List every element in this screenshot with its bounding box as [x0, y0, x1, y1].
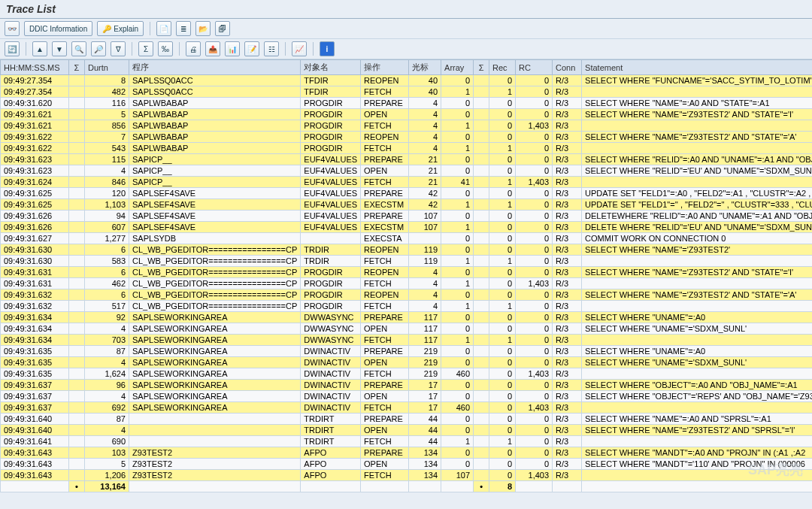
table-row[interactable]: 09:49:31.630 583CL_WB_PGEDITOR==========…	[1, 256, 813, 267]
table-row[interactable]: 09:49:31.625 1,103SAPLSEF4SAVEEUF4VALUES…	[1, 199, 813, 211]
trace-table: HH:MM:SS.MS Σ Durtn 程序 对象名 操作 光标 Array Σ…	[0, 59, 812, 492]
table-row[interactable]: 09:49:31.640 87TRDIRTPREPARE440 00R/3SEL…	[1, 414, 813, 425]
subtotal-icon[interactable]: ‰	[158, 41, 173, 56]
col-rec[interactable]: Rec	[489, 60, 516, 75]
totals-durtn: 13,164	[85, 481, 129, 492]
sum-icon[interactable]: Σ	[138, 41, 153, 56]
find-icon[interactable]: 🔍	[71, 41, 86, 56]
table-row[interactable]: 09:49:31.634 703SAPLSEWORKINGAREADWWASYN…	[1, 335, 813, 346]
col-rc[interactable]: RC	[516, 60, 553, 75]
col-durtn[interactable]: Durtn	[85, 60, 129, 75]
table-row[interactable]: 09:49:31.635 4SAPLSEWORKINGAREADWINACTIV…	[1, 357, 813, 368]
glasses-icon[interactable]: 👓	[5, 21, 20, 36]
doc-icon[interactable]: 📄	[156, 21, 171, 36]
table-row[interactable]: 09:49:31.621 856SAPLWBABAPPROGDIRFETCH41…	[1, 120, 813, 132]
totals-row: • 13,164 • 8	[1, 481, 813, 492]
table-row[interactable]: 09:49:31.632 517CL_WB_PGEDITOR==========…	[1, 301, 813, 312]
word-icon[interactable]: 📝	[244, 41, 259, 56]
col-sigma2[interactable]: Σ	[474, 60, 489, 75]
filter-icon[interactable]: ∇	[111, 41, 126, 56]
excel-icon[interactable]: 📊	[225, 41, 240, 56]
table-header-row: HH:MM:SS.MS Σ Durtn 程序 对象名 操作 光标 Array Σ…	[1, 60, 813, 75]
col-sigma1[interactable]: Σ	[69, 60, 85, 75]
totals-rec: 8	[489, 481, 516, 492]
table-row[interactable]: 09:49:31.637 692SAPLSEWORKINGAREADWINACT…	[1, 402, 813, 414]
table-row[interactable]: 09:49:31.634 92SAPLSEWORKINGAREADWWASYNC…	[1, 312, 813, 323]
col-op[interactable]: 操作	[361, 60, 409, 75]
table-row[interactable]: 09:49:31.631 6CL_WB_PGEDITOR============…	[1, 267, 813, 278]
table-row[interactable]: 09:49:31.634 4SAPLSEWORKINGAREADWWASYNCO…	[1, 323, 813, 335]
table-row[interactable]: 09:49:31.643 5Z93TEST2AFPOOPEN1340 00R/3…	[1, 459, 813, 470]
table-row[interactable]: 09:49:31.622 7SAPLWBABAPPROGDIRREOPEN40 …	[1, 132, 813, 143]
table-row[interactable]: 09:49:31.641 690TRDIRTFETCH441 10R/3	[1, 436, 813, 447]
col-object[interactable]: 对象名	[301, 60, 361, 75]
explain-button[interactable]: 🔑Explain	[97, 21, 144, 36]
table-row[interactable]: 09:49:31.627 1,277SAPLSYDBEXECSTA0 00R/3…	[1, 233, 813, 244]
table-row[interactable]: 09:49:31.637 96SAPLSEWORKINGAREADWINACTI…	[1, 380, 813, 391]
layout-icon[interactable]: ☷	[264, 41, 279, 56]
table-row[interactable]: 09:49:27.354 482SAPLSSQ0ACCTFDIRFETCH401…	[1, 86, 813, 98]
refresh-icon[interactable]: 🔄	[5, 41, 20, 56]
table-row[interactable]: 09:49:31.630 6CL_WB_PGEDITOR============…	[1, 244, 813, 256]
list-icon[interactable]: ≣	[176, 21, 191, 36]
table-row[interactable]: 09:49:31.623 4SAPICP__EUF4VALUESOPEN210 …	[1, 165, 813, 177]
col-program[interactable]: 程序	[129, 60, 301, 75]
table-row[interactable]: 09:49:31.623 115SAPICP__EUF4VALUESPREPAR…	[1, 154, 813, 165]
table-row[interactable]: 09:49:31.631 462CL_WB_PGEDITOR==========…	[1, 278, 813, 289]
table-row[interactable]: 09:49:27.354 8SAPLSSQ0ACCTFDIRREOPEN400 …	[1, 75, 813, 86]
table-row[interactable]: 09:49:31.632 6CL_WB_PGEDITOR============…	[1, 289, 813, 301]
col-cursor[interactable]: 光标	[409, 60, 441, 75]
table-row[interactable]: 09:49:31.626 607SAPLSEF4SAVEEUF4VALUESEX…	[1, 222, 813, 233]
sort-asc-icon[interactable]: ▲	[32, 41, 47, 56]
table-row[interactable]: 09:49:31.626 94SAPLSEF4SAVEEUF4VALUESPRE…	[1, 211, 813, 222]
col-array[interactable]: Array	[441, 60, 474, 75]
table-row[interactable]: 09:49:31.622 543SAPLWBABAPPROGDIRFETCH41…	[1, 143, 813, 154]
col-conn[interactable]: Conn	[553, 60, 582, 75]
info-icon[interactable]: i	[320, 41, 335, 56]
export-icon[interactable]: 📤	[205, 41, 220, 56]
folder-icon[interactable]: 📂	[195, 21, 211, 36]
page-title: Trace List	[0, 0, 812, 18]
toolbar-top: 👓 DDIC Information 🔑Explain 📄 ≣ 📂 🗐	[0, 19, 812, 38]
table-row[interactable]: 09:49:31.635 87SAPLSEWORKINGAREADWINACTI…	[1, 346, 813, 357]
col-stmt[interactable]: Statement	[582, 60, 812, 75]
table-row[interactable]: 09:49:31.637 4SAPLSEWORKINGAREADWINACTIV…	[1, 391, 813, 402]
graph-icon[interactable]: 📈	[292, 41, 307, 56]
copy-icon[interactable]: 🗐	[215, 21, 230, 36]
table-row[interactable]: 09:49:31.621 5SAPLWBABAPPROGDIROPEN40 00…	[1, 109, 813, 120]
table-row[interactable]: 09:49:31.643 103Z93TEST2AFPOPREPARE1340 …	[1, 447, 813, 459]
table-row[interactable]: 09:49:31.643 1,206Z93TEST2AFPOFETCH13410…	[1, 470, 813, 481]
table-row[interactable]: 09:49:31.635 1,624SAPLSEWORKINGAREADWINA…	[1, 368, 813, 380]
find-next-icon[interactable]: 🔎	[91, 41, 106, 56]
toolbar-grid: 🔄 ▲ ▼ 🔍 🔎 ∇ Σ ‰ 🖨 📤 📊 📝 ☷ 📈 i	[0, 38, 812, 59]
table-row[interactable]: 09:49:31.640 4TRDIRTOPEN440 00R/3SELECT …	[1, 425, 813, 436]
table-row[interactable]: 09:49:31.624 846SAPICP__EUF4VALUESFETCH2…	[1, 177, 813, 188]
table-row[interactable]: 09:49:31.620 116SAPLWBABAPPROGDIRPREPARE…	[1, 98, 813, 109]
print-icon[interactable]: 🖨	[186, 41, 201, 56]
table-row[interactable]: 09:49:31.625 120SAPLSEF4SAVEEUF4VALUESPR…	[1, 188, 813, 199]
col-time[interactable]: HH:MM:SS.MS	[1, 60, 69, 75]
ddic-info-button[interactable]: DDIC Information	[24, 21, 92, 36]
sort-desc-icon[interactable]: ▼	[52, 41, 67, 56]
